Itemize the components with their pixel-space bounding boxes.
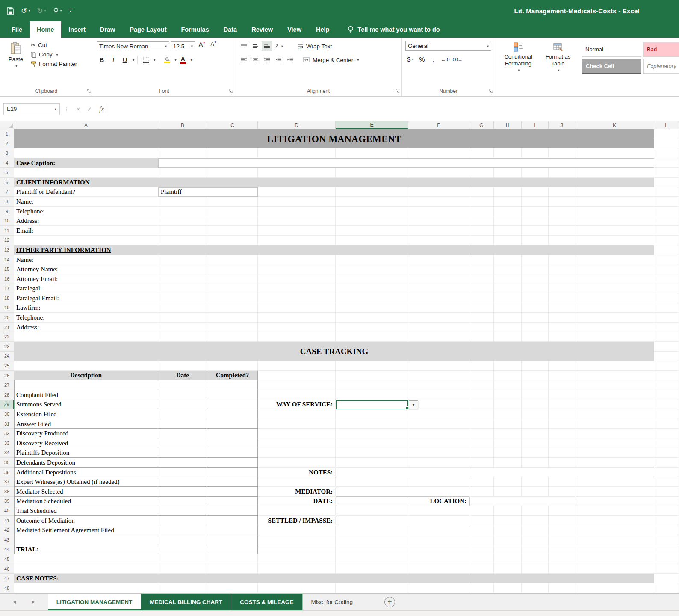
grid-cell[interactable] bbox=[158, 583, 207, 593]
grid-cell[interactable] bbox=[494, 361, 522, 371]
grid-cell[interactable] bbox=[158, 148, 207, 158]
cell-A26[interactable]: Description bbox=[14, 371, 158, 381]
grid-cell[interactable] bbox=[522, 506, 549, 516]
grid-cell[interactable] bbox=[575, 207, 654, 216]
cell-A32[interactable]: Discovery Produced bbox=[14, 429, 158, 438]
grid-cell[interactable] bbox=[469, 313, 494, 323]
grid-cell[interactable] bbox=[408, 554, 469, 564]
fill-color-button[interactable] bbox=[162, 55, 172, 65]
grid-cell[interactable] bbox=[549, 148, 575, 158]
cell-A18[interactable]: Paralegal Email: bbox=[14, 293, 158, 303]
grid-cell[interactable] bbox=[549, 409, 575, 419]
row-header-42[interactable]: 42 bbox=[0, 525, 14, 535]
grid-cell[interactable] bbox=[494, 390, 522, 400]
increase-decimal-button[interactable]: ←.0 bbox=[440, 54, 450, 65]
grid-cell[interactable] bbox=[408, 409, 469, 419]
table-cell[interactable] bbox=[207, 535, 258, 545]
grid-cell[interactable] bbox=[575, 380, 654, 390]
grid-cell[interactable] bbox=[258, 361, 336, 371]
cell-A16[interactable]: Attorney Email: bbox=[14, 274, 158, 284]
table-cell[interactable] bbox=[158, 458, 207, 468]
grid-cell[interactable] bbox=[494, 564, 522, 574]
grid-cell[interactable] bbox=[522, 477, 549, 487]
cell-A1[interactable]: LITIGATION MANAGEMENT bbox=[14, 129, 654, 148]
table-cell[interactable] bbox=[207, 409, 258, 419]
table-cell[interactable] bbox=[158, 468, 207, 477]
grid-cell[interactable] bbox=[575, 409, 654, 419]
grid-cell[interactable] bbox=[336, 438, 408, 448]
grid-cell[interactable] bbox=[575, 419, 654, 429]
grid-cell[interactable] bbox=[336, 419, 408, 429]
grid-cell[interactable] bbox=[158, 284, 207, 294]
grid-cell[interactable] bbox=[654, 332, 679, 342]
grid-cell[interactable] bbox=[549, 197, 575, 207]
grid-cell[interactable] bbox=[336, 255, 408, 265]
row-header-26[interactable]: 26 bbox=[0, 371, 14, 381]
table-cell[interactable] bbox=[158, 516, 207, 526]
grid-cell[interactable] bbox=[494, 255, 522, 265]
grid-cell[interactable] bbox=[575, 390, 654, 400]
cell-A13[interactable]: OTHER PARTY INFORMATION bbox=[14, 245, 654, 255]
cell-G39[interactable] bbox=[469, 497, 575, 506]
grid-cell[interactable] bbox=[469, 226, 494, 236]
grid-cell[interactable] bbox=[522, 207, 549, 216]
row-header-28[interactable]: 28 bbox=[0, 390, 14, 400]
grid-cell[interactable] bbox=[469, 525, 494, 535]
grid-cell[interactable] bbox=[258, 226, 336, 236]
grid-cell[interactable] bbox=[494, 303, 522, 313]
row-header-45[interactable]: 45 bbox=[0, 554, 14, 564]
grid-cell[interactable] bbox=[207, 303, 258, 313]
touch-mode-button[interactable]: ▾ bbox=[53, 7, 62, 14]
sheet-nav-right-button[interactable]: ► bbox=[31, 599, 36, 605]
grid-cell[interactable] bbox=[408, 274, 469, 284]
grid-cell[interactable] bbox=[654, 226, 679, 236]
cell-A29[interactable]: Summons Served bbox=[14, 400, 158, 410]
grid-cell[interactable] bbox=[469, 293, 494, 303]
grid-cell[interactable] bbox=[494, 477, 522, 487]
grid-cell[interactable] bbox=[336, 390, 408, 400]
grid-cell[interactable] bbox=[549, 564, 575, 574]
row-header-15[interactable]: 15 bbox=[0, 264, 14, 274]
grid-cell[interactable] bbox=[207, 197, 258, 207]
grid-cell[interactable] bbox=[654, 429, 679, 438]
grid-cell[interactable] bbox=[158, 255, 207, 265]
table-cell[interactable] bbox=[158, 497, 207, 506]
row-header-14[interactable]: 14 bbox=[0, 255, 14, 265]
grid-cell[interactable] bbox=[336, 216, 408, 226]
cell-D38[interactable]: MEDIATOR: bbox=[258, 487, 336, 497]
grid-cell[interactable] bbox=[336, 448, 408, 458]
grid-cell[interactable] bbox=[158, 216, 207, 226]
grid-cell[interactable] bbox=[258, 371, 336, 381]
row-header-9[interactable]: 9 bbox=[0, 207, 14, 216]
cell-A34[interactable]: Plaintiffs Deposition bbox=[14, 448, 158, 458]
grid-cell[interactable] bbox=[522, 197, 549, 207]
cell-style-explanatory[interactable]: Explanatory bbox=[643, 59, 679, 74]
grid-cell[interactable] bbox=[549, 390, 575, 400]
grid-cell[interactable] bbox=[494, 516, 522, 526]
redo-button[interactable]: ↻ ▾ bbox=[37, 7, 46, 15]
font-name-select[interactable]: Times New Roman ▾ bbox=[97, 41, 169, 51]
grid-cell[interactable] bbox=[207, 274, 258, 284]
cell-A11[interactable]: Email: bbox=[14, 226, 158, 236]
grid-cell[interactable] bbox=[654, 516, 679, 526]
grid-cell[interactable] bbox=[654, 400, 679, 410]
grid-cell[interactable] bbox=[408, 236, 469, 246]
grid-cell[interactable] bbox=[207, 583, 258, 593]
grid-cell[interactable] bbox=[549, 545, 575, 555]
grid-cell[interactable] bbox=[654, 148, 679, 158]
grid-cell[interactable] bbox=[408, 564, 469, 574]
grid-cell[interactable] bbox=[469, 361, 494, 371]
grid-cell[interactable] bbox=[522, 564, 549, 574]
grid-cell[interactable] bbox=[469, 477, 494, 487]
grid-cell[interactable] bbox=[575, 264, 654, 274]
table-cell[interactable] bbox=[207, 438, 258, 448]
underline-button[interactable]: U bbox=[120, 55, 130, 65]
grid-cell[interactable] bbox=[494, 400, 522, 410]
row-header-23[interactable]: 23 bbox=[0, 342, 14, 352]
grid-cell[interactable] bbox=[654, 342, 679, 352]
grid-cell[interactable] bbox=[549, 487, 575, 497]
align-center-button[interactable] bbox=[250, 55, 260, 65]
grid-cell[interactable] bbox=[654, 323, 679, 332]
cell-A19[interactable]: Lawfirm: bbox=[14, 303, 158, 313]
grid-cell[interactable] bbox=[494, 380, 522, 390]
